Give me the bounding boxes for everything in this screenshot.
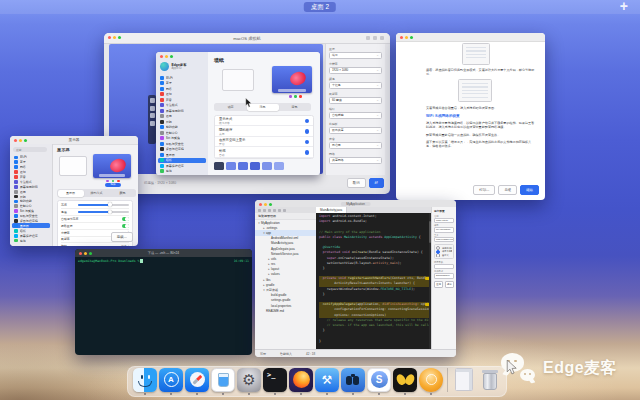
terminal-body[interactable]: edgemike@MacBook-Pro Downloads % 16:09:1… xyxy=(78,259,249,263)
toggle-switch[interactable] xyxy=(122,217,130,221)
settings-row[interactable]: 外观 自动 xyxy=(215,147,313,158)
terminal-icon[interactable] xyxy=(263,368,287,392)
slider[interactable] xyxy=(78,204,129,206)
traffic-lights[interactable] xyxy=(400,36,413,39)
dock-item[interactable] xyxy=(366,368,392,396)
inspector-field[interactable]: 缩放⌄ xyxy=(329,52,382,59)
slider[interactable] xyxy=(78,211,129,213)
traffic-lights[interactable] xyxy=(79,252,92,255)
glass-app-icon[interactable] xyxy=(211,368,235,392)
settings-row[interactable]: 在所有空间上显示 开启 xyxy=(215,137,313,148)
traffic-lights[interactable] xyxy=(108,36,121,39)
traffic-lights[interactable] xyxy=(160,55,173,58)
slider-knob[interactable] xyxy=(108,210,112,214)
tab[interactable]: 颜色 xyxy=(110,190,136,197)
wallpaper-thumbnail[interactable] xyxy=(226,162,236,170)
traffic-lights[interactable] xyxy=(259,203,272,206)
field-input[interactable]: MainActivity xyxy=(434,218,454,223)
toggle-switch[interactable] xyxy=(122,224,130,228)
wallpaper-thumbnail[interactable] xyxy=(214,162,224,170)
arrangement-canvas[interactable] xyxy=(59,156,87,176)
toolbar-icons[interactable] xyxy=(258,209,286,212)
sidebar-item[interactable]: 隐私与安全性 xyxy=(158,141,206,147)
firefox-icon[interactable] xyxy=(289,368,313,392)
sidebar-item[interactable]: 外观 xyxy=(158,119,206,125)
inspector-field[interactable]: 1920 × 1080⌄ xyxy=(329,67,382,74)
inspector-field[interactable]: 已启用⌄ xyxy=(329,142,382,149)
vm-window[interactable]: macOS 虚拟机 Edge麦客 Apple ID Wi- xyxy=(104,33,390,194)
radio-option[interactable]: 自定义 xyxy=(436,254,452,258)
display-option-dots[interactable] xyxy=(106,180,120,183)
info-icon[interactable] xyxy=(305,150,310,155)
field-input[interactable] xyxy=(434,264,454,269)
footer-button[interactable]: 打印… xyxy=(473,185,495,195)
segment-button[interactable]: 动态 xyxy=(215,104,247,111)
sidebar-item[interactable]: 声音 xyxy=(158,97,206,103)
tree-item[interactable]: README.md xyxy=(255,308,316,313)
sidebar-item[interactable]: 网络 xyxy=(12,165,50,170)
finder-icon[interactable] xyxy=(133,368,157,392)
settings-row[interactable]: 显示方式 填充屏幕 xyxy=(215,116,313,127)
dock-item[interactable] xyxy=(314,368,340,396)
sidebar-item[interactable]: 屏幕使用时间 xyxy=(158,108,206,114)
sidebar-item[interactable]: Wi-Fi xyxy=(158,75,206,81)
segment-button[interactable]: 深色 xyxy=(279,104,311,111)
tab[interactable]: 排列方式 xyxy=(84,190,110,197)
sidebar-item[interactable]: 网络 xyxy=(158,86,206,92)
footer-button[interactable]: 继续 xyxy=(520,185,539,195)
wallpaper-thumbnail[interactable] xyxy=(238,162,248,170)
space-thumbnail-desktop2[interactable]: 桌面 2 xyxy=(304,2,336,12)
search-input[interactable] xyxy=(13,147,47,152)
field-input[interactable]: com.example.Main xyxy=(434,237,454,242)
dock-item[interactable] xyxy=(418,368,444,396)
traffic-lights[interactable] xyxy=(14,139,27,142)
sidebar-item[interactable]: 电池 xyxy=(158,169,206,175)
dock-item[interactable] xyxy=(262,368,288,396)
slider-knob[interactable] xyxy=(108,202,112,206)
sidebar-item[interactable]: Siri 与聚焦 xyxy=(12,209,50,214)
wallpaper-thumbnail[interactable] xyxy=(250,162,260,170)
field-input[interactable]: ${workspace} xyxy=(434,273,454,278)
dock-item[interactable] xyxy=(477,368,503,396)
wallpaper-thumbnail[interactable] xyxy=(262,162,272,170)
dock-item[interactable] xyxy=(184,368,210,396)
safari-icon[interactable] xyxy=(185,368,209,392)
preview-option-dots[interactable] xyxy=(289,95,302,98)
vm-side-dock[interactable] xyxy=(148,95,156,144)
app-store-icon[interactable] xyxy=(159,368,183,392)
inspector-field[interactable]: 十亿色⌄ xyxy=(329,82,382,89)
info-icon[interactable] xyxy=(305,129,310,134)
wallpaper-dropzone[interactable] xyxy=(222,69,254,91)
binoculars-app-icon[interactable] xyxy=(341,368,365,392)
orange-round-app-icon[interactable] xyxy=(419,368,443,392)
sidebar-item[interactable]: 隐私与安全性 xyxy=(12,214,50,219)
inspector-field[interactable]: 双向共享⌄ xyxy=(329,127,382,134)
system-settings-icon[interactable] xyxy=(237,368,261,392)
dock-item[interactable] xyxy=(210,368,236,396)
dock-item[interactable] xyxy=(132,368,158,396)
code-editor-window[interactable]: MyApplication MainActivity.java 包资源管理器 ▾… xyxy=(255,200,456,357)
butterfly-app-icon[interactable] xyxy=(393,368,417,392)
display-settings-window[interactable]: 显示器 Wi-Fi 蓝牙 网络 通知 xyxy=(10,136,138,246)
settings-row[interactable]: 旋转 标准 › xyxy=(61,243,129,246)
system-settings-window[interactable]: Edge麦客 Apple ID Wi-Fi 蓝牙 网络 xyxy=(156,52,320,175)
wallpaper-thumbnail[interactable] xyxy=(274,162,284,170)
apply-button[interactable]: 应用 xyxy=(434,281,443,288)
revert-button[interactable]: 还原 xyxy=(445,281,454,288)
field-input[interactable]: MyApplication xyxy=(434,227,454,232)
tab[interactable]: 显示器 xyxy=(58,190,84,197)
inspector-field[interactable]: 共享网络⌄ xyxy=(329,157,382,164)
advanced-button[interactable]: 高级… xyxy=(111,232,133,242)
mirror-button[interactable]: 镜像 xyxy=(105,183,121,187)
xcode-icon[interactable] xyxy=(315,368,339,392)
assistant-window[interactable]: 接着，把虚拟机窗口切换到全屏模式，安装过程大约需要十几分钟，耐心等待即可。 安装… xyxy=(396,33,545,200)
add-space-button[interactable]: + xyxy=(620,0,628,14)
dock-item[interactable] xyxy=(158,368,184,396)
dock-item[interactable] xyxy=(288,368,314,396)
trash-icon[interactable] xyxy=(478,368,502,392)
dock-item[interactable] xyxy=(392,368,418,396)
settings-row[interactable]: 随机顺序 关闭 xyxy=(215,126,313,137)
dock-item[interactable] xyxy=(340,368,366,396)
apple-id-row[interactable]: Edge麦客 Apple ID xyxy=(160,62,187,71)
sidebar-item[interactable]: 通知 xyxy=(12,170,50,175)
